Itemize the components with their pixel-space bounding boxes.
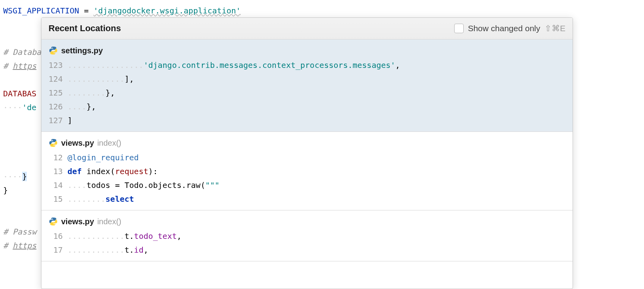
code-content: @login_required bbox=[67, 151, 139, 165]
line-number: 127 bbox=[49, 114, 67, 128]
code-content: def index(request): bbox=[67, 165, 158, 178]
code-content: ........}, bbox=[67, 86, 115, 100]
location-item[interactable]: views.pyindex()12@login_required13def in… bbox=[41, 132, 573, 210]
line-number: 15 bbox=[49, 192, 67, 206]
code-content: ....todos = Todo.objects.raw(""" bbox=[67, 178, 219, 192]
editor-line[interactable]: WSGI_APPLICATION = 'djangodocker.wsgi.ap… bbox=[0, 4, 644, 18]
line-number: 12 bbox=[49, 151, 67, 165]
show-changed-label[interactable]: Show changed only bbox=[468, 24, 540, 33]
line-number: 13 bbox=[49, 165, 67, 178]
code-content: ....}, bbox=[67, 100, 96, 114]
code-line[interactable]: 13def index(request): bbox=[49, 165, 573, 178]
code-line[interactable]: 124............], bbox=[49, 72, 573, 86]
code-line[interactable]: 17............t.id, bbox=[49, 243, 573, 257]
location-file-name: views.py bbox=[61, 217, 94, 226]
code-line[interactable]: 127] bbox=[49, 114, 573, 128]
code-content: ] bbox=[67, 114, 72, 128]
location-item-header[interactable]: settings.py bbox=[41, 44, 573, 58]
location-function-name: index() bbox=[97, 217, 121, 226]
code-snippet: 16............t.todo_text,17............… bbox=[41, 229, 573, 257]
shortcut-hint: ⇧⌘E bbox=[545, 24, 565, 33]
location-file-name: settings.py bbox=[61, 46, 103, 55]
popup-header-controls: Show changed only ⇧⌘E bbox=[454, 24, 565, 33]
line-number: 14 bbox=[49, 178, 67, 192]
popup-title: Recent Locations bbox=[49, 23, 121, 34]
code-line[interactable]: 123................'django.contrib.messa… bbox=[49, 58, 573, 72]
code-content: ............t.todo_text, bbox=[67, 229, 182, 243]
code-content: ............], bbox=[67, 72, 134, 86]
code-line[interactable]: 125........}, bbox=[49, 86, 573, 100]
line-number: 124 bbox=[49, 72, 67, 86]
location-file-name: views.py bbox=[61, 139, 94, 148]
code-line[interactable]: 15........select bbox=[49, 192, 573, 206]
code-line[interactable]: 12@login_required bbox=[49, 151, 573, 165]
code-content: ............t.id, bbox=[67, 243, 148, 257]
location-function-name: index() bbox=[97, 139, 121, 148]
recent-locations-popup: Recent Locations Show changed only ⇧⌘E s… bbox=[41, 17, 573, 289]
location-item-header[interactable]: views.pyindex() bbox=[41, 137, 573, 151]
code-content: ........select bbox=[67, 192, 134, 206]
code-content: ................'django.contrib.messages… bbox=[67, 58, 400, 72]
python-file-icon bbox=[49, 217, 58, 226]
code-snippet: 123................'django.contrib.messa… bbox=[41, 58, 573, 128]
code-snippet: 12@login_required13def index(request):14… bbox=[41, 151, 573, 206]
line-number: 17 bbox=[49, 243, 67, 257]
line-number: 16 bbox=[49, 229, 67, 243]
code-line[interactable]: 126....}, bbox=[49, 100, 573, 114]
python-file-icon bbox=[49, 138, 58, 148]
location-item[interactable]: views.pyindex()16............t.todo_text… bbox=[41, 210, 573, 261]
location-item-header[interactable]: views.pyindex() bbox=[41, 215, 573, 229]
line-number: 123 bbox=[49, 58, 67, 72]
line-number: 125 bbox=[49, 86, 67, 100]
code-line[interactable]: 16............t.todo_text, bbox=[49, 229, 573, 243]
popup-header: Recent Locations Show changed only ⇧⌘E bbox=[41, 18, 573, 39]
line-number: 126 bbox=[49, 100, 67, 114]
popup-body: settings.py123................'django.co… bbox=[41, 39, 573, 261]
python-file-icon bbox=[49, 46, 58, 55]
code-line[interactable]: 14....todos = Todo.objects.raw(""" bbox=[49, 178, 573, 192]
location-item[interactable]: settings.py123................'django.co… bbox=[41, 39, 573, 132]
show-changed-checkbox[interactable] bbox=[454, 24, 464, 33]
